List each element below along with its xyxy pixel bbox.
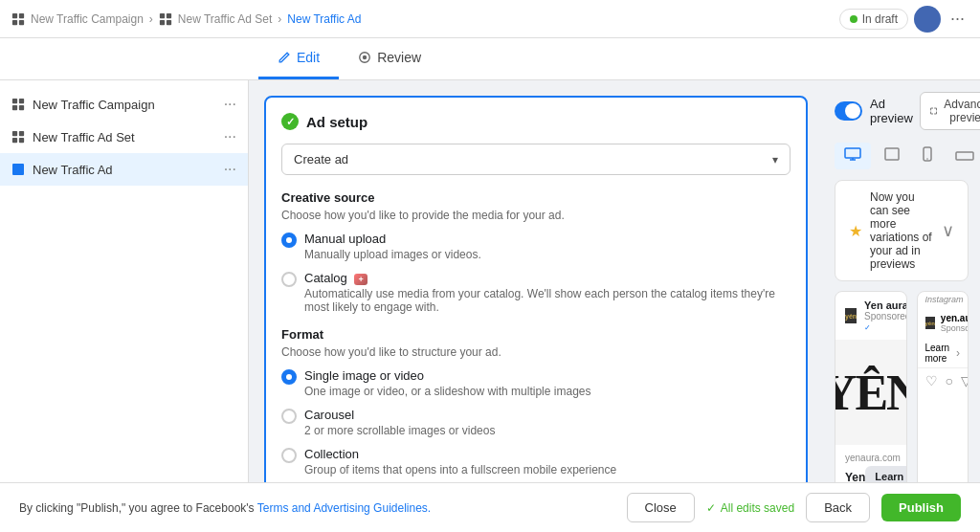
instagram-label: Instagram (918, 292, 969, 307)
device-tab-wide[interactable] (946, 143, 980, 169)
sidebar-item-ad[interactable]: New Traffic Ad ··· (0, 153, 248, 186)
right-panel: Ad preview Advanced preview ▾ (823, 80, 980, 482)
advanced-preview-button[interactable]: Advanced preview (920, 92, 980, 130)
svg-rect-1 (19, 12, 24, 17)
carousel-radio[interactable] (281, 409, 297, 424)
single-image-radio[interactable] (281, 369, 297, 385)
bottom-actions: Close ✓ All edits saved Back Publish (627, 493, 961, 522)
preview-header: Ad preview Advanced preview ▾ (835, 92, 969, 130)
create-ad-dropdown[interactable]: Create ad ▾ (281, 144, 791, 175)
format-desc: Choose how you'd like to structure your … (281, 345, 791, 359)
collapse-button[interactable]: ∨ (942, 220, 954, 241)
catalog-desc: Automatically use media from your catalo… (304, 287, 791, 314)
svg-rect-11 (19, 99, 24, 103)
small-comment-button[interactable]: ○ (946, 373, 953, 388)
svg-point-9 (363, 55, 367, 59)
bottom-bar: By clicking "Publish," you agree to Face… (0, 482, 980, 532)
svg-rect-30 (956, 152, 973, 160)
carousel-desc: 2 or more scrollable images or videos (304, 424, 495, 437)
small-share-button[interactable]: ▽ (961, 373, 969, 388)
expand-icon (930, 105, 937, 117)
small-card-body: Learn more › (918, 339, 969, 367)
tab-edit[interactable]: Edit (258, 38, 339, 79)
sidebar-item-campaign[interactable]: New Traffic Campaign ··· (0, 88, 248, 121)
ad-more[interactable]: ··· (224, 161, 236, 178)
manual-upload-radio[interactable] (281, 233, 297, 248)
manual-upload-label: Manual upload (304, 232, 481, 246)
collection-radio[interactable] (281, 448, 297, 463)
ad-title: Yen (845, 471, 865, 483)
ad-header: yén Yen aura Sponsored ✓ ✕ ⋮ (835, 292, 906, 340)
sidebar-item-adset[interactable]: New Traffic Ad Set ··· (0, 121, 248, 153)
device-tabs: ⚠️ 1 (835, 142, 969, 170)
svg-rect-7 (167, 19, 171, 24)
adset-sidebar-icon (11, 130, 25, 144)
collection-label: Collection (304, 447, 616, 461)
breadcrumb-campaign[interactable]: New Traffic Campaign (31, 12, 144, 26)
svg-rect-14 (12, 131, 17, 136)
small-card-chevron-icon[interactable]: › (956, 346, 960, 360)
device-tab-mobile[interactable] (913, 142, 942, 170)
yen-image: YÊN (835, 340, 906, 445)
back-button[interactable]: Back (806, 493, 870, 522)
main-preview-card: yén Yen aura Sponsored ✓ ✕ ⋮ (835, 291, 907, 482)
ad-sidebar-icon (11, 163, 25, 176)
svg-rect-2 (12, 19, 17, 24)
ad-label: New Traffic Ad (33, 163, 216, 177)
collection-option[interactable]: Collection Group of items that opens int… (281, 447, 791, 477)
breadcrumb-ad[interactable]: New Traffic Ad (287, 12, 361, 26)
small-cta-text: Learn more (925, 343, 950, 364)
svg-rect-0 (12, 12, 17, 17)
learn-more-button[interactable]: Learn more (865, 466, 906, 482)
check-icon: ✓ (706, 501, 716, 515)
adset-icon (159, 12, 172, 26)
ad-footer: yenaura.com Yen Yen Learn more (835, 445, 906, 482)
square-icon (884, 147, 900, 161)
ad-brand: Yen aura (864, 299, 906, 311)
small-heart-button[interactable]: ♡ (925, 373, 938, 388)
single-image-option[interactable]: Single image or video One image or video… (281, 368, 791, 398)
edit-icon (278, 51, 291, 64)
svg-rect-15 (19, 131, 24, 136)
catalog-radio[interactable] (281, 272, 297, 287)
campaign-more[interactable]: ··· (224, 96, 236, 113)
dropdown-label: Create ad (294, 152, 348, 166)
ad-url: yenaura.com (845, 453, 897, 463)
publish-button[interactable]: Publish (881, 494, 961, 521)
adset-more[interactable]: ··· (224, 128, 236, 145)
svg-rect-5 (167, 12, 171, 17)
creative-source-section: Creative source Choose how you'd like to… (281, 190, 791, 314)
content-area: ✓ Ad setup Create ad ▾ Creative source C… (249, 80, 980, 482)
format-section: Format Choose how you'd like to structur… (281, 327, 791, 482)
breadcrumb-adset[interactable]: New Traffic Ad Set (178, 12, 273, 26)
svg-rect-12 (12, 105, 17, 110)
terms-link[interactable]: Terms and Advertising Guidelines. (257, 501, 431, 515)
catalog-label: Catalog + (304, 271, 791, 285)
more-button[interactable]: ··· (947, 5, 969, 33)
device-tab-square[interactable] (875, 143, 909, 169)
preview-cards: yén Yen aura Sponsored ✓ ✕ ⋮ (835, 291, 969, 482)
setup-check-icon: ✓ (281, 113, 299, 130)
carousel-option[interactable]: Carousel 2 or more scrollable images or … (281, 408, 791, 437)
info-banner-text: Now you can see more variations of your … (870, 190, 934, 271)
manual-upload-option[interactable]: Manual upload Manually upload images or … (281, 232, 791, 261)
tab-review[interactable]: Review (339, 38, 440, 79)
catalog-option[interactable]: Catalog + Automatically use media from y… (281, 271, 791, 314)
avatar[interactable] (914, 6, 941, 33)
small-brand: yen.aura (941, 313, 969, 323)
star-icon: ★ (849, 222, 862, 240)
yen-text: YÊN (835, 365, 906, 421)
creative-source-title: Creative source (281, 190, 791, 205)
svg-rect-17 (19, 138, 24, 143)
breadcrumb-sep1: › (149, 12, 153, 26)
preview-toggle-switch[interactable] (835, 101, 862, 121)
top-navigation: New Traffic Campaign › New Traffic Ad Se… (0, 0, 980, 38)
close-button[interactable]: Close (627, 493, 695, 522)
device-tab-desktop[interactable] (835, 143, 871, 169)
ad-cta-row: Yen Yen Learn more (845, 466, 897, 482)
breadcrumb-sep2: › (278, 12, 281, 26)
single-image-desc: One image or video, or a slideshow with … (304, 385, 590, 398)
preview-toggle: Ad preview (835, 97, 920, 125)
svg-rect-6 (160, 19, 165, 24)
review-icon (358, 51, 371, 64)
